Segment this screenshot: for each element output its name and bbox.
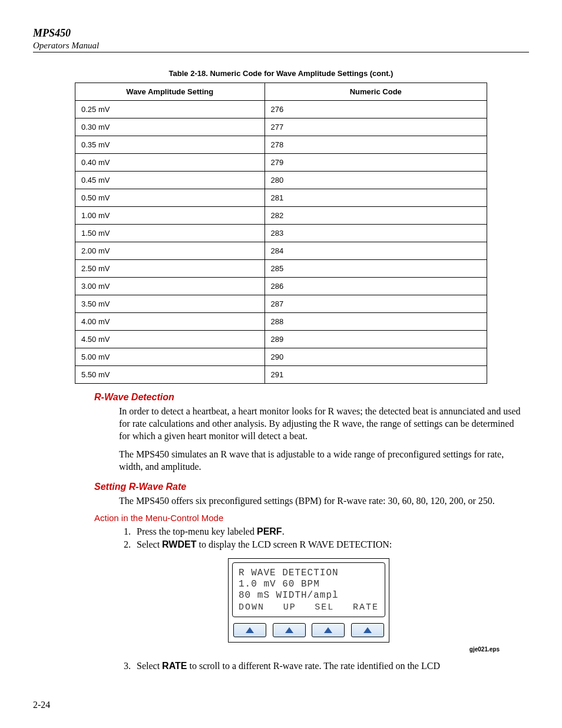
table-row: 4.00 mV288: [75, 313, 487, 331]
cell-code: 287: [265, 295, 487, 313]
cell-setting: 1.00 mV: [75, 207, 265, 225]
lcd-softkey-down: DOWN: [239, 602, 265, 613]
lcd-figure: R WAVE DETECTION 1.0 mV 60 BPM 80 mS WID…: [228, 558, 389, 643]
table-header-setting: Wave Amplitude Setting: [75, 83, 265, 101]
softkey-button-2[interactable]: [273, 623, 306, 637]
table-row: 2.50 mV285: [75, 260, 487, 278]
step-3: Select RATE to scroll to a different R-w…: [133, 661, 523, 671]
cell-code: 281: [265, 189, 487, 207]
step-text: Press the top-menu key labeled: [137, 526, 257, 536]
running-header: MPS450 Operators Manual: [33, 27, 529, 52]
table-row: 0.30 mV277: [75, 118, 487, 136]
softkey-button-row: [232, 623, 385, 637]
cell-code: 277: [265, 118, 487, 136]
lcd-softkey-up: UP: [283, 602, 296, 613]
svg-marker-2: [324, 627, 332, 633]
lcd-line-1: R WAVE DETECTION: [239, 568, 379, 579]
step-text: to scroll to a different R-wave rate. Th…: [187, 661, 439, 671]
manual-subtitle: Operators Manual: [33, 41, 529, 51]
cell-setting: 0.25 mV: [75, 101, 265, 118]
cell-code: 278: [265, 136, 487, 154]
table-row: 0.35 mV278: [75, 136, 487, 154]
lcd-screen: R WAVE DETECTION 1.0 mV 60 BPM 80 mS WID…: [232, 562, 385, 618]
triangle-up-icon: [363, 627, 372, 633]
lcd-softkey-row: DOWN UP SEL RATE: [239, 602, 379, 613]
triangle-up-icon: [285, 627, 293, 633]
table-row: 5.50 mV291: [75, 366, 487, 384]
cell-code: 286: [265, 278, 487, 295]
heading-rwave-detection: R-Wave Detection: [94, 392, 523, 403]
cell-code: 291: [265, 366, 487, 384]
svg-marker-0: [246, 627, 254, 633]
table-row: 0.45 mV280: [75, 172, 487, 189]
cell-setting: 2.50 mV: [75, 260, 265, 278]
table-row: 3.50 mV287: [75, 295, 487, 313]
cell-setting: 0.40 mV: [75, 154, 265, 172]
table-row: 3.00 mV286: [75, 278, 487, 295]
lcd-line-3: 80 mS WIDTH/ampl: [239, 590, 379, 601]
table-row: 1.00 mV282: [75, 207, 487, 225]
cell-setting: 3.50 mV: [75, 295, 265, 313]
lcd-softkey-sel: SEL: [315, 602, 334, 613]
heading-setting-rwave-rate: Setting R-Wave Rate: [94, 482, 523, 492]
steps-list-cont: Select RATE to scroll to a different R-w…: [133, 661, 523, 671]
softkey-button-4[interactable]: [351, 623, 384, 637]
paragraph: The MPS450 simulates an R wave that is a…: [119, 448, 523, 473]
cell-setting: 4.00 mV: [75, 313, 265, 331]
page-number: 2-24: [33, 700, 50, 710]
table-row: 4.50 mV289: [75, 331, 487, 348]
steps-list: Press the top-menu key labeled PERF. Sel…: [133, 526, 523, 550]
amplitude-code-table: Wave Amplitude Setting Numeric Code 0.25…: [75, 83, 487, 384]
cell-code: 289: [265, 331, 487, 348]
cell-code: 284: [265, 242, 487, 260]
key-label-perf: PERF: [257, 526, 282, 536]
cell-setting: 5.00 mV: [75, 348, 265, 366]
paragraph: In order to detect a heartbeat, a heart …: [119, 405, 523, 442]
svg-marker-1: [285, 627, 293, 633]
step-text: Select: [137, 539, 162, 549]
table-row: 5.00 mV290: [75, 348, 487, 366]
cell-code: 288: [265, 313, 487, 331]
lcd-line-2: 1.0 mV 60 BPM: [239, 579, 379, 590]
table-caption: Table 2-18. Numeric Code for Wave Amplit…: [33, 69, 529, 78]
step-text: Select: [137, 661, 162, 671]
key-label-rate: RATE: [162, 661, 187, 671]
cell-setting: 3.00 mV: [75, 278, 265, 295]
step-text: .: [282, 526, 285, 536]
cell-setting: 0.45 mV: [75, 172, 265, 189]
table-row: 1.50 mV283: [75, 225, 487, 242]
cell-code: 283: [265, 225, 487, 242]
cell-setting: 0.35 mV: [75, 136, 265, 154]
triangle-up-icon: [324, 627, 332, 633]
key-label-rwdet: RWDET: [162, 539, 196, 549]
cell-setting: 4.50 mV: [75, 331, 265, 348]
step-2: Select RWDET to display the LCD screen R…: [133, 539, 523, 550]
cell-code: 276: [265, 101, 487, 118]
cell-code: 279: [265, 154, 487, 172]
table-header-code: Numeric Code: [265, 83, 487, 101]
figure-filename: gje021.eps: [94, 646, 500, 653]
cell-setting: 2.00 mV: [75, 242, 265, 260]
cell-setting: 0.30 mV: [75, 118, 265, 136]
model-name: MPS450: [33, 27, 529, 39]
softkey-button-3[interactable]: [312, 623, 345, 637]
softkey-button-1[interactable]: [233, 623, 266, 637]
heading-action-menu-control: Action in the Menu-Control Mode: [94, 513, 523, 523]
table-row: 2.00 mV284: [75, 242, 487, 260]
cell-code: 290: [265, 348, 487, 366]
paragraph: The MPS450 offers six preconfigured sett…: [119, 495, 523, 507]
table-row: 0.40 mV279: [75, 154, 487, 172]
table-row: 0.25 mV276: [75, 101, 487, 118]
svg-marker-3: [363, 627, 372, 633]
cell-setting: 1.50 mV: [75, 225, 265, 242]
cell-code: 280: [265, 172, 487, 189]
cell-setting: 5.50 mV: [75, 366, 265, 384]
step-text: to display the LCD screen R WAVE DETECTI…: [196, 539, 392, 549]
step-1: Press the top-menu key labeled PERF.: [133, 526, 523, 537]
cell-setting: 0.50 mV: [75, 189, 265, 207]
lcd-softkey-rate: RATE: [353, 602, 379, 613]
table-row: 0.50 mV281: [75, 189, 487, 207]
triangle-up-icon: [246, 627, 254, 633]
cell-code: 282: [265, 207, 487, 225]
cell-code: 285: [265, 260, 487, 278]
